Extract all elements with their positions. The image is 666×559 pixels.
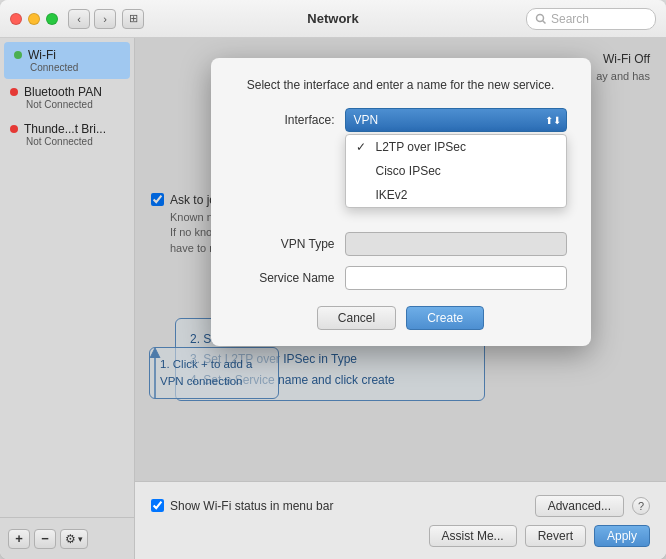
panel-bottom: Show Wi-Fi status in menu bar Advanced..…: [135, 481, 666, 559]
help-button[interactable]: ?: [632, 497, 650, 515]
wifi-status: Connected: [30, 62, 120, 73]
apply-button[interactable]: Apply: [594, 525, 650, 547]
forward-button[interactable]: ›: [94, 9, 116, 29]
grid-button[interactable]: ⊞: [122, 9, 144, 29]
traffic-lights: [10, 13, 58, 25]
sidebar-item-bluetooth-name: Bluetooth PAN: [10, 85, 124, 99]
right-panel: Wi-Fi Off ay and has Ask to join new net…: [135, 38, 666, 559]
gear-icon: ⚙: [65, 532, 76, 546]
sidebar-item-wifi[interactable]: Wi-Fi Connected: [4, 42, 130, 79]
create-button[interactable]: Create: [406, 306, 484, 330]
titlebar: ‹ › ⊞ Network Search: [0, 0, 666, 38]
interface-label: Interface:: [235, 113, 335, 127]
dropdown-item-cisco[interactable]: Cisco IPSec: [346, 159, 566, 183]
wifi-status-dot: [14, 51, 22, 59]
sidebar-list: Wi-Fi Connected Bluetooth PAN Not Connec…: [0, 38, 134, 517]
show-wifi-checkbox[interactable]: [151, 499, 164, 512]
bottom-row1: Show Wi-Fi status in menu bar Advanced..…: [151, 495, 650, 517]
vpn-type-label: VPN Type: [235, 237, 335, 251]
window-title: Network: [307, 11, 358, 26]
interface-select-wrapper: VPN ⬆⬇ L2TP over IPSec Cisco IPSec: [345, 108, 567, 132]
search-box[interactable]: Search: [526, 8, 656, 30]
sidebar-item-thunderbolt-name: Thunde...t Bri...: [10, 122, 124, 136]
interface-row: Interface: VPN ⬆⬇ L2TP over IPSec: [235, 108, 567, 132]
bluetooth-status-dot: [10, 88, 18, 96]
svg-line-1: [543, 20, 546, 23]
close-button[interactable]: [10, 13, 22, 25]
revert-button[interactable]: Revert: [525, 525, 586, 547]
sidebar-bottom: + − ⚙ ▾: [0, 517, 134, 559]
minimize-button[interactable]: [28, 13, 40, 25]
sidebar-item-thunderbolt[interactable]: Thunde...t Bri... Not Connected: [0, 116, 134, 153]
search-icon: [535, 13, 547, 25]
remove-service-button[interactable]: −: [34, 529, 56, 549]
interface-select[interactable]: VPN: [345, 108, 567, 132]
modal-overlay: Select the interface and enter a name fo…: [135, 38, 666, 481]
maximize-button[interactable]: [46, 13, 58, 25]
thunderbolt-status-dot: [10, 125, 18, 133]
svg-point-0: [537, 14, 544, 21]
thunderbolt-status: Not Connected: [26, 136, 124, 147]
dropdown-item-ikev2[interactable]: IKEv2: [346, 183, 566, 207]
assist-button[interactable]: Assist Me...: [429, 525, 517, 547]
service-name-input[interactable]: [345, 266, 567, 290]
show-wifi-label: Show Wi-Fi status in menu bar: [151, 499, 333, 513]
main-content: Wi-Fi Connected Bluetooth PAN Not Connec…: [0, 38, 666, 559]
network-window: ‹ › ⊞ Network Search Wi-Fi Connected: [0, 0, 666, 559]
back-button[interactable]: ‹: [68, 9, 90, 29]
gear-menu-button[interactable]: ⚙ ▾: [60, 529, 88, 549]
search-placeholder: Search: [551, 12, 589, 26]
modal-buttons: Cancel Create: [235, 306, 567, 330]
nav-buttons: ‹ ›: [68, 9, 116, 29]
service-name-label: Service Name: [235, 271, 335, 285]
vpn-type-dropdown: L2TP over IPSec Cisco IPSec IKEv2: [345, 134, 567, 208]
sidebar: Wi-Fi Connected Bluetooth PAN Not Connec…: [0, 38, 135, 559]
sidebar-item-bluetooth[interactable]: Bluetooth PAN Not Connected: [0, 79, 134, 116]
cancel-button[interactable]: Cancel: [317, 306, 396, 330]
vpn-type-row: VPN Type: [235, 232, 567, 256]
gear-chevron-icon: ▾: [78, 534, 83, 544]
vpn-type-input[interactable]: [345, 232, 567, 256]
panel-content: Wi-Fi Off ay and has Ask to join new net…: [135, 38, 666, 481]
modal-description: Select the interface and enter a name fo…: [235, 78, 567, 92]
add-service-modal: Select the interface and enter a name fo…: [211, 58, 591, 346]
bluetooth-status: Not Connected: [26, 99, 124, 110]
bottom-row2: Assist Me... Revert Apply: [151, 525, 650, 547]
advanced-button[interactable]: Advanced...: [535, 495, 624, 517]
service-name-row: Service Name: [235, 266, 567, 290]
dropdown-item-l2tp[interactable]: L2TP over IPSec: [346, 135, 566, 159]
add-service-button[interactable]: +: [8, 529, 30, 549]
sidebar-item-wifi-name: Wi-Fi: [14, 48, 120, 62]
